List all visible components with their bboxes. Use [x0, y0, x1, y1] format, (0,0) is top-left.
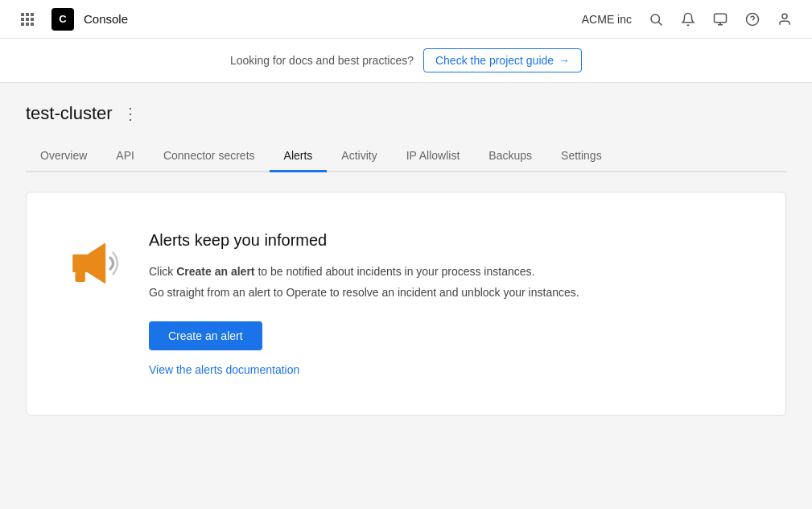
nav-left: C Console — [13, 5, 572, 34]
tab-activity[interactable]: Activity — [327, 141, 391, 172]
more-icon: ⋮ — [122, 104, 138, 123]
grid-menu-button[interactable] — [13, 5, 42, 34]
nav-right: ACME inc — [582, 5, 799, 34]
alert-text-area: Alerts keep you informed Click Create an… — [149, 231, 579, 376]
user-icon — [777, 12, 792, 27]
page-content: test-cluster ⋮ Overview API Connector se… — [0, 83, 812, 435]
alerts-docs-link[interactable]: View the alerts documentation — [149, 363, 299, 376]
svg-rect-2 — [31, 13, 34, 16]
project-guide-label: Check the project guide — [435, 54, 554, 67]
alert-card-title: Alerts keep you informed — [149, 231, 579, 250]
svg-rect-1 — [26, 13, 29, 16]
console-icon — [713, 12, 728, 27]
svg-point-9 — [651, 14, 660, 23]
svg-rect-19 — [75, 272, 84, 282]
banner-text: Looking for docs and best practices? — [230, 54, 414, 67]
alerts-card: Alerts keep you informed Click Create an… — [26, 192, 786, 416]
tab-ip-allowlist[interactable]: IP Allowlist — [392, 141, 475, 172]
user-button[interactable] — [770, 5, 799, 34]
project-guide-link[interactable]: Check the project guide → — [423, 48, 582, 72]
tab-connector-secrets[interactable]: Connector secrets — [149, 141, 270, 172]
svg-rect-18 — [73, 254, 88, 271]
tab-settings[interactable]: Settings — [546, 141, 616, 172]
svg-rect-0 — [21, 13, 24, 16]
svg-rect-6 — [21, 23, 24, 26]
create-alert-button[interactable]: Create an alert — [149, 321, 262, 350]
svg-rect-4 — [26, 18, 29, 21]
cluster-header: test-cluster ⋮ — [26, 102, 786, 125]
help-button[interactable] — [738, 5, 767, 34]
svg-rect-11 — [715, 14, 727, 23]
search-button[interactable] — [641, 5, 670, 34]
svg-rect-5 — [31, 18, 34, 21]
docs-banner: Looking for docs and best practices? Che… — [0, 39, 812, 83]
alert-body-bold: Create an alert — [176, 265, 254, 278]
megaphone-icon — [59, 231, 123, 296]
svg-rect-3 — [21, 18, 24, 21]
app-title: Console — [84, 12, 128, 26]
tab-bar: Overview API Connector secrets Alerts Ac… — [26, 141, 786, 172]
search-icon — [649, 12, 663, 27]
tab-backups[interactable]: Backups — [474, 141, 546, 172]
console-button[interactable] — [706, 5, 735, 34]
org-name: ACME inc — [582, 13, 632, 26]
tab-overview[interactable]: Overview — [26, 141, 101, 172]
notifications-button[interactable] — [674, 5, 703, 34]
arrow-icon: → — [559, 54, 570, 67]
cluster-more-button[interactable]: ⋮ — [119, 102, 142, 125]
help-icon — [745, 12, 760, 27]
cluster-title: test-cluster — [26, 103, 113, 124]
alert-body-suffix: to be notified about incidents in your p… — [255, 265, 535, 278]
app-logo: C — [52, 8, 74, 31]
alert-body-line1: Click Create an alert to be notified abo… — [149, 263, 579, 280]
alert-content: Alerts keep you informed Click Create an… — [59, 231, 579, 376]
bell-icon — [681, 12, 695, 27]
alert-icon-area — [59, 231, 123, 298]
svg-rect-8 — [31, 23, 34, 26]
top-navigation: C Console ACME inc — [0, 0, 812, 39]
alert-body-line2: Go straight from an alert to Operate to … — [149, 283, 579, 301]
alert-body-prefix: Click — [149, 265, 176, 278]
svg-rect-7 — [26, 23, 29, 26]
svg-line-10 — [658, 22, 662, 25]
svg-point-16 — [782, 14, 787, 19]
grid-icon — [20, 12, 35, 27]
tab-api[interactable]: API — [101, 141, 149, 172]
tab-alerts[interactable]: Alerts — [270, 141, 328, 172]
